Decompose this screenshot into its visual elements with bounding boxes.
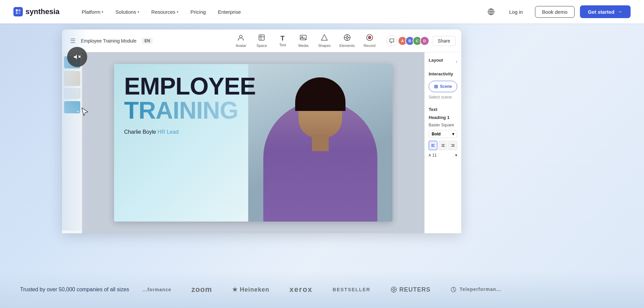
- language-badge[interactable]: EN: [142, 38, 153, 44]
- svg-rect-9: [259, 35, 264, 40]
- platform-chevron-icon: ▾: [102, 10, 103, 14]
- slide-item-3[interactable]: [62, 88, 82, 99]
- brand-teleperformance-partial: ...formance: [143, 287, 171, 292]
- toolbar-actions: A B C D Share: [386, 36, 456, 46]
- dropdown-chevron-icon: ▾: [452, 132, 454, 136]
- brand-teleperformance: Teleperforman...: [450, 287, 501, 293]
- nav-item-solutions[interactable]: Solutions ▾: [110, 6, 145, 17]
- solutions-chevron-icon: ▾: [138, 10, 139, 14]
- tool-avatar[interactable]: Avatar: [231, 32, 251, 50]
- svg-point-8: [239, 35, 242, 38]
- login-button[interactable]: Log in: [502, 6, 530, 17]
- scene-icon: ⊞: [434, 84, 438, 89]
- nav-actions: Log in Book demo Get started →: [485, 5, 631, 18]
- font-size-value: 11: [432, 153, 437, 158]
- book-demo-button[interactable]: Book demo: [535, 6, 575, 18]
- arrow-right-icon: →: [617, 9, 623, 15]
- space-label: Space: [257, 44, 267, 48]
- slide-thumb-2[interactable]: [64, 71, 80, 86]
- presenter-info: Charlie Boyle HR Lead: [124, 129, 256, 135]
- brands-section: Trusted by over 50,000 companies of all …: [0, 271, 644, 308]
- slides-panel: ging ing: [62, 52, 82, 233]
- tool-text[interactable]: T Text: [272, 33, 292, 49]
- shapes-icon: [321, 34, 328, 43]
- interactivity-section: Interactivity ⊞ Scene Select scene: [429, 71, 457, 100]
- heading-option[interactable]: Heading 1: [429, 115, 457, 120]
- svg-rect-2: [16, 12, 18, 14]
- slide-item-2[interactable]: [62, 71, 82, 86]
- nav-item-enterprise[interactable]: Enterprise: [213, 6, 246, 17]
- tool-record[interactable]: Record: [360, 32, 380, 50]
- properties-panel: Layout › Interactivity ⊞ Scene Select sc…: [424, 52, 461, 233]
- tool-elements[interactable]: Elements: [335, 32, 359, 50]
- menu-icon[interactable]: ☰: [67, 36, 78, 46]
- text-section: Text Heading 1 Basier Square Bold ▾: [429, 106, 457, 158]
- elements-icon: [343, 34, 351, 43]
- font-size-icon: A: [429, 153, 431, 157]
- slide-item-4[interactable]: ing: [62, 101, 82, 113]
- select-scene-text: Select scene: [429, 95, 457, 100]
- text-label: Text: [279, 43, 286, 47]
- headline-training: TRAINING: [124, 98, 256, 122]
- comment-button[interactable]: [386, 36, 397, 46]
- resources-chevron-icon: ▾: [177, 10, 178, 14]
- align-center-button[interactable]: [439, 141, 447, 150]
- app-window: ☰ Employee Training Module EN Avatar: [62, 29, 461, 233]
- align-left-button[interactable]: [429, 141, 437, 150]
- nav-item-resources[interactable]: Resources ▾: [146, 6, 184, 17]
- get-started-button[interactable]: Get started →: [580, 5, 631, 18]
- interactivity-label: Interactivity: [429, 71, 453, 76]
- mute-button[interactable]: [67, 47, 87, 67]
- font-size-chevron-icon[interactable]: ▾: [455, 153, 457, 158]
- nav-item-platform[interactable]: Platform ▾: [76, 6, 109, 17]
- align-right-button[interactable]: [448, 141, 457, 150]
- layout-row: Layout ›: [429, 58, 457, 65]
- brand-xerox: xerox: [289, 285, 313, 294]
- brand-heineken: ★ Heineken: [232, 286, 269, 293]
- headline-employee: EMPLOYEE: [124, 74, 256, 98]
- project-title: Employee Training Module: [81, 38, 137, 44]
- logo[interactable]: synthesia: [13, 7, 60, 16]
- shapes-label: Shapes: [318, 44, 330, 48]
- tool-space[interactable]: Space: [252, 32, 272, 50]
- elements-label: Elements: [339, 44, 355, 48]
- canvas-area[interactable]: EMPLOYEE TRAINING Charlie Boyle HR Lead: [82, 52, 424, 233]
- media-icon: [300, 34, 307, 43]
- svg-point-14: [346, 37, 348, 39]
- avatar-video-area: [248, 64, 392, 222]
- mute-icon: [73, 53, 82, 61]
- media-label: Media: [298, 44, 308, 48]
- language-selector[interactable]: [485, 6, 497, 18]
- svg-marker-12: [321, 35, 327, 40]
- tool-media[interactable]: Media: [293, 32, 313, 50]
- slide-text-block: EMPLOYEE TRAINING Charlie Boyle HR Lead: [124, 74, 256, 135]
- scene-button[interactable]: ⊞ Scene: [429, 81, 457, 92]
- slide-canvas[interactable]: EMPLOYEE TRAINING Charlie Boyle HR Lead: [114, 64, 392, 222]
- text-icon: T: [280, 35, 284, 42]
- nav-item-pricing[interactable]: Pricing: [185, 6, 211, 17]
- toolbar-tools: Avatar Space T Text: [231, 32, 379, 50]
- font-option: Basier Square: [429, 123, 457, 127]
- svg-rect-1: [18, 9, 20, 11]
- app-toolbar: ☰ Employee Training Module EN Avatar: [62, 29, 461, 52]
- layout-label: Layout: [429, 58, 443, 63]
- record-icon: [366, 34, 373, 43]
- svg-point-20: [368, 36, 371, 39]
- space-icon: [258, 34, 265, 43]
- brand-reuters: REUTERS: [390, 286, 430, 293]
- avatar-4: D: [420, 36, 429, 46]
- brand-zoom: zoom: [192, 285, 212, 294]
- slide-thumb-3[interactable]: [64, 88, 80, 99]
- svg-point-33: [393, 289, 395, 291]
- share-button[interactable]: Share: [432, 36, 456, 46]
- logo-icon: [13, 7, 23, 16]
- avatar-icon: [237, 34, 245, 43]
- layout-arrow-icon[interactable]: ›: [456, 59, 457, 64]
- presenter-role: HR Lead: [158, 129, 179, 135]
- tool-shapes[interactable]: Shapes: [314, 32, 334, 50]
- slide-thumb-4[interactable]: ing: [64, 101, 80, 113]
- record-label: Record: [364, 44, 375, 48]
- app-body: ging ing: [62, 52, 461, 233]
- font-weight-dropdown[interactable]: Bold ▾: [429, 130, 457, 138]
- brand-logos: ...formance zoom ★ Heineken xerox BESTSE…: [143, 285, 624, 294]
